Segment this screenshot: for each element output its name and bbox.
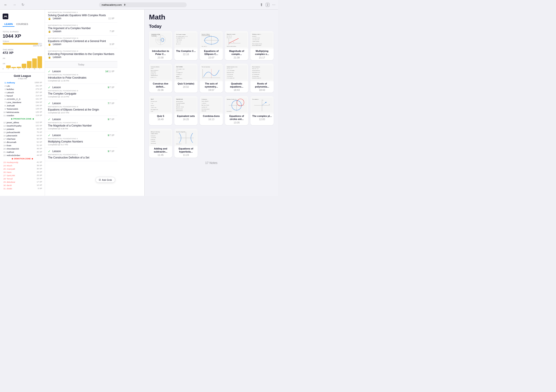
completed-lesson-item[interactable]: ✓ Lesson 9/7 XP MATHEMATICAL FOUNDATIONS… xyxy=(45,116,117,132)
note-card[interactable]: Adding and subtracting complex numbers (… xyxy=(149,129,172,158)
note-time: 18:43 xyxy=(251,89,273,91)
svg-text:Q1: Solve x²+4=0: Q1: Solve x²+4=0 xyxy=(151,101,157,102)
roots-poly-thumb: Roots of polynomia... P(x) = aₙxⁿ+...+a₀… xyxy=(251,65,273,80)
more-button[interactable]: ··· xyxy=(272,2,275,7)
forward-button[interactable]: → xyxy=(11,2,17,7)
lock-icon: 🔒 xyxy=(48,30,51,33)
conjugate-thumb: The Complex Conjugate For a complex numb… xyxy=(175,32,197,48)
note-thumbnail: Equations of circles ent... (x-h)²+(y-k)… xyxy=(225,96,248,113)
note-card[interactable]: Quiz 5 (retake) 1. For complex z = a+bi … xyxy=(174,64,198,93)
address-bar[interactable]: mathacademy.com 🎙 xyxy=(99,2,187,7)
league-xp: 25 XP xyxy=(37,174,42,176)
note-card[interactable]: Constructive definition of a set A set i… xyxy=(149,64,172,93)
completed-lesson-item[interactable]: ✓ Lesson 7/7 XP MATHEMATICAL FOUNDATIONS… xyxy=(45,100,117,116)
note-time: 16:49 xyxy=(150,118,171,121)
addsubtract-thumb: Adding and subtracting complex numbers (… xyxy=(150,129,171,145)
league-name: redrockclimber xyxy=(7,154,36,157)
quiz5retake-thumb: Quiz 5 (retake) 1. For complex z = a+bi … xyxy=(175,65,197,80)
league-name: Hans xyxy=(7,171,36,173)
league-xp: 23 XP xyxy=(37,178,42,180)
week-xp: 472 XP xyxy=(3,51,42,54)
note-card[interactable]: Multiplying complex n... (a+bi)(c+di) = … xyxy=(250,31,274,60)
note-time: 21:38 xyxy=(226,56,247,59)
demotion-label: DEMOTION ZONE xyxy=(14,158,31,160)
back-button[interactable]: ← xyxy=(3,2,9,7)
note-time: 20:02 xyxy=(175,86,197,88)
note-name: Equations of hyperbola... xyxy=(175,147,197,153)
lesson-name: Lesson xyxy=(53,30,61,33)
note-time: 22:07 xyxy=(201,56,222,59)
note-card[interactable]: The Complex Conjugate For a complex numb… xyxy=(174,31,198,60)
svg-text:From n items choose k: From n items choose k xyxy=(201,109,209,110)
league-xp: 30 XP xyxy=(37,168,42,170)
reload-button[interactable]: ↻ xyxy=(20,2,26,7)
bar-chart: 200 100 0 F S xyxy=(3,55,42,70)
tab-learn[interactable]: LEARN xyxy=(3,22,15,27)
logo-icon xyxy=(3,14,8,19)
note-card[interactable]: Equations of circles ent... (x-h)²+(y-k)… xyxy=(225,96,248,125)
xp-bar-container: TODAY 164/75 XP xyxy=(3,40,42,47)
today-divider: Today xyxy=(45,61,117,68)
note-label: Equations of Ellipses C... 22:07 xyxy=(200,49,223,60)
league-name: darsh xyxy=(7,184,36,187)
tab-courses[interactable]: COURSES xyxy=(15,22,30,27)
svg-text:Centered at the Origin: Centered at the Origin xyxy=(201,35,210,36)
note-name: Magnitude of comple... xyxy=(226,49,247,56)
note-card[interactable]: Introduction to Polar Coordinates Introd… xyxy=(149,31,172,60)
share-icon[interactable]: ⬆ xyxy=(260,2,263,7)
svg-text:For a complex number z = a + b: For a complex number z = a + bi xyxy=(176,36,187,37)
completed-lesson-item[interactable]: ✓ Lesson 9/7 XP MATHEMATICAL FOUNDATIONS… xyxy=(45,132,117,148)
svg-text:3. (2+3i)(1-i) = ?: 3. (2+3i)(1-i) = ? xyxy=(176,74,182,75)
lesson-title: The Argument of a Complex Number xyxy=(48,27,114,30)
league-row: 9 Teslamodel1 128 XP xyxy=(3,107,42,110)
svg-text:x = (-b ± √(b²-4ac))/2a: x = (-b ± √(b²-4ac))/2a xyxy=(227,70,235,71)
note-card[interactable]: Magnitude of complex |z| = √(a² + b²) Fo… xyxy=(225,31,248,60)
note-card[interactable]: The complex pl... Re Im z The complex pl… xyxy=(250,96,274,125)
svg-text:The complex pl...: The complex pl... xyxy=(252,99,259,100)
lesson-item: MATHEMATICAL FOUNDATIONS III Equations o… xyxy=(45,36,117,48)
tabs-button[interactable]: 2 xyxy=(266,3,270,7)
lesson-name: Lesson xyxy=(52,102,61,105)
lesson-row: ✓ Lesson 14/11 XP xyxy=(48,70,114,73)
lesson-xp: 7/7 XP xyxy=(108,102,114,105)
note-card[interactable]: The axis of symmetry The axis of symmetr… xyxy=(200,64,223,93)
svg-text:Coordinates: Coordinates xyxy=(151,36,157,37)
league-xp: 29 XP xyxy=(37,171,42,173)
lesson-item: MATHEMATICAL FOUNDATIONS II Solving Quad… xyxy=(45,10,117,23)
note-label: Magnitude of comple... 21:38 xyxy=(225,49,248,60)
svg-text:{"<"} 0: complex roots: {"<"} 0: complex roots xyxy=(227,78,234,79)
note-thumbnail: Roots of polynomia... P(x) = aₙxⁿ+...+a₀… xyxy=(250,64,274,81)
ask-grok-container: ⊡ Ask Grok xyxy=(45,161,117,165)
lesson-tag: MATHEMATICAL FOUNDATIONS III xyxy=(48,50,114,52)
completed-lesson-item[interactable]: ✓ Lesson 14/11 XP MATHEMATICAL FOUNDATIO… xyxy=(45,68,117,84)
note-label: The Complex C... 22:18 xyxy=(174,49,198,57)
note-card[interactable]: Equivalent sets A set has elements Two s… xyxy=(174,96,198,125)
promo-diamond-left: ◆ xyxy=(11,118,13,120)
svg-text:Magnitude of complex: Magnitude of complex xyxy=(227,34,235,35)
league-xp: 0 XP xyxy=(38,187,42,189)
league-row: 10 kelvinscuesta 126 XP xyxy=(3,111,42,113)
svg-text:Quadratic equation of roots: Quadratic equation of roots xyxy=(227,66,238,67)
completed-lesson-item[interactable]: ✓ Lesson 9/7 XP MATHEMATICAL FOUNDATIONS… xyxy=(45,84,117,100)
league-name: DearthOfApathy xyxy=(7,125,35,127)
lesson-row: ✓ Lesson 9/7 XP xyxy=(48,150,114,153)
league-name: AnanyaB xyxy=(7,168,36,170)
note-card[interactable]: Equations of Ellipses Centered at the Or… xyxy=(200,31,223,60)
league-rank: 16 xyxy=(3,134,6,137)
league-xp: 126 XP xyxy=(36,111,42,113)
note-thumbnail: The axis of symmetry xyxy=(200,64,223,81)
completed-lesson-item[interactable]: ✓ Lesson 9/7 XP MATHEMATICAL FOUNDATIONS… xyxy=(45,148,117,161)
note-card[interactable]: Combinations C(n,k) = n!/(k!(n-k)!) = n … xyxy=(200,96,223,125)
note-thumbnail: Quiz 5 (retake) 1. For complex z = a+bi … xyxy=(174,64,198,81)
note-card[interactable]: Roots of polynomia... P(x) = aₙxⁿ+...+a₀… xyxy=(250,64,274,93)
sidebar: LEARN COURSES TOTAL EARNED 1044 XP TODAY… xyxy=(0,10,45,196)
note-card[interactable]: Quadratic equation of roots ax² + bx + c… xyxy=(225,64,248,93)
svg-text:in ℂ (counting mult.): in ℂ (counting mult.) xyxy=(252,74,259,75)
note-card[interactable]: Equations of hyperbola... x²/a² - y²/b² … xyxy=(174,129,198,158)
svg-text:Answers:: Answers: xyxy=(176,76,179,77)
league-row: 3 leofofeo 279 XP xyxy=(3,88,42,90)
league-name: mathcat xyxy=(7,151,36,153)
note-card[interactable]: Quiz 5 Q1: Solve x²+4=0 x = ±2i Q2: (3+i… xyxy=(149,96,172,125)
check-icon: ✓ xyxy=(48,150,51,153)
league-rank: 19 xyxy=(3,144,6,147)
